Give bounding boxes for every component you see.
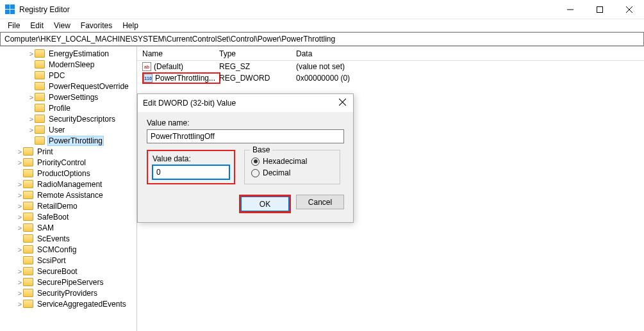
chevron-icon[interactable]: > (28, 93, 35, 101)
tree-item[interactable]: >Profile (0, 102, 136, 113)
maximize-button[interactable] (585, 0, 615, 19)
value-data-input[interactable] (153, 165, 229, 179)
tree-item[interactable]: >User (0, 124, 136, 135)
radio-hexadecimal[interactable]: Hexadecimal (251, 157, 333, 166)
chevron-icon[interactable]: > (28, 126, 35, 134)
dialog-title-text: Edit DWORD (32-bit) Value (143, 99, 236, 108)
tree-item-label: SafeBoot (36, 213, 70, 222)
tree-item-label: PDC (47, 71, 66, 80)
folder-icon (35, 115, 45, 123)
tree-item-label: ProductOptions (36, 169, 92, 178)
tree-item[interactable]: >SecurityProviders (0, 287, 136, 298)
chevron-icon[interactable]: > (17, 191, 23, 199)
chevron-icon[interactable]: > (17, 289, 23, 297)
chevron-icon[interactable]: > (17, 213, 23, 221)
close-button[interactable] (615, 0, 644, 19)
folder-icon (23, 158, 33, 166)
address-bar[interactable]: Computer\HKEY_LOCAL_MACHINE\SYSTEM\Curre… (0, 32, 644, 46)
cancel-label: Cancel (308, 198, 332, 207)
title-bar: Registry Editor (0, 0, 644, 19)
tree-item[interactable]: >PowerSettings (0, 92, 136, 102)
chevron-icon[interactable]: > (17, 268, 23, 275)
value-name: PowerThrottling... (155, 74, 219, 83)
tree-item[interactable]: >RetailDemo (0, 200, 136, 211)
tree-item[interactable]: >SecurityDescriptors (0, 113, 136, 124)
col-name[interactable]: Name (142, 49, 219, 58)
chevron-icon[interactable]: > (17, 202, 23, 210)
folder-icon (23, 202, 33, 210)
tree-item-label: ServiceAggregatedEvents (36, 300, 128, 309)
string-value-icon: ab (142, 62, 151, 71)
tree-item[interactable]: >SecurePipeServers (0, 277, 136, 287)
edit-dword-dialog: Edit DWORD (32-bit) Value Value name: Va… (137, 93, 354, 223)
menu-file[interactable]: File (3, 20, 25, 31)
radio-decimal[interactable]: Decimal (251, 168, 333, 177)
svg-rect-1 (597, 6, 603, 12)
tree-item[interactable]: >ScEvents (0, 233, 136, 244)
folder-icon (23, 300, 33, 308)
tree-item[interactable]: >SafeBoot (0, 211, 136, 222)
tree-item-label: PowerRequestOverride (47, 82, 130, 91)
radio-dec-label: Decimal (263, 168, 290, 177)
tree-item-label: SecureBoot (36, 267, 79, 276)
folder-icon (35, 71, 45, 79)
tree-item[interactable]: >ServiceAggregatedEvents (0, 298, 136, 309)
tree-item-label: PowerThrottling (47, 136, 104, 146)
tree-item[interactable]: >PowerRequestOverride (0, 81, 136, 92)
tree-item[interactable]: >SCMConfig (0, 244, 136, 255)
chevron-icon[interactable]: > (17, 181, 23, 188)
chevron-icon[interactable]: > (28, 50, 35, 58)
menu-bar: File Edit View Favorites Help (0, 19, 644, 32)
col-type[interactable]: Type (219, 49, 296, 58)
tree-item[interactable]: >EnergyEstimation (0, 48, 136, 59)
tree-item-label: ModernSleep (47, 60, 95, 69)
folder-icon (23, 147, 33, 156)
tree-item[interactable]: >PowerThrottling (0, 135, 136, 146)
radio-icon (251, 169, 260, 177)
tree-item[interactable]: >PDC (0, 70, 136, 81)
menu-help[interactable]: Help (117, 20, 144, 31)
tree-item[interactable]: >ScsiPort (0, 255, 136, 266)
window-title: Registry Editor (19, 5, 70, 14)
list-header[interactable]: Name Type Data (137, 47, 644, 61)
menu-favorites[interactable]: Favorites (76, 20, 117, 31)
radio-hex-label: Hexadecimal (263, 157, 307, 166)
list-row[interactable]: 110PowerThrottling...REG_DWORD0x00000000… (137, 72, 644, 84)
chevron-icon[interactable]: > (17, 300, 23, 308)
tree-item[interactable]: >ProductOptions (0, 168, 136, 179)
dialog-titlebar[interactable]: Edit DWORD (32-bit) Value (138, 94, 353, 112)
tree-pane[interactable]: >EnergyEstimation>ModernSleep>PDC>PowerR… (0, 47, 137, 331)
value-data: 0x00000000 (0) (296, 74, 644, 83)
cancel-button[interactable]: Cancel (296, 195, 344, 209)
menu-edit[interactable]: Edit (25, 20, 49, 31)
value-name-input[interactable] (147, 129, 344, 143)
tree-item[interactable]: >PriorityControl (0, 157, 136, 168)
menu-view[interactable]: View (49, 20, 76, 31)
tree-item-label: SecurityDescriptors (47, 115, 117, 124)
chevron-icon[interactable]: > (17, 148, 23, 156)
tree-item[interactable]: >SecureBoot (0, 266, 136, 277)
tree-item[interactable]: >SAM (0, 222, 136, 233)
ok-label: OK (260, 200, 270, 209)
tree-item-label: RadioManagement (36, 180, 103, 189)
value-name: (Default) (154, 62, 218, 71)
chevron-icon[interactable]: > (28, 115, 35, 123)
col-data[interactable]: Data (296, 49, 644, 58)
chevron-icon[interactable]: > (17, 246, 23, 254)
tree-item[interactable]: >ModernSleep (0, 59, 136, 70)
folder-icon (23, 234, 33, 243)
chevron-icon[interactable]: > (17, 159, 23, 166)
list-row[interactable]: ab(Default)REG_SZ(value not set) (137, 61, 644, 72)
tree-item-label: Profile (47, 104, 72, 113)
tree-item[interactable]: >RadioManagement (0, 179, 136, 190)
chevron-icon[interactable]: > (17, 279, 23, 286)
tree-item[interactable]: >Remote Assistance (0, 190, 136, 200)
dialog-close-button[interactable] (336, 99, 348, 108)
tree-item[interactable]: >Print (0, 146, 136, 157)
base-group: Base Hexadecimal Decimal (244, 150, 340, 184)
chevron-icon[interactable]: > (17, 224, 23, 232)
minimize-button[interactable] (556, 0, 585, 19)
tree-item-label: PriorityControl (36, 158, 87, 167)
folder-icon (23, 245, 33, 254)
ok-button[interactable]: OK (241, 197, 289, 211)
